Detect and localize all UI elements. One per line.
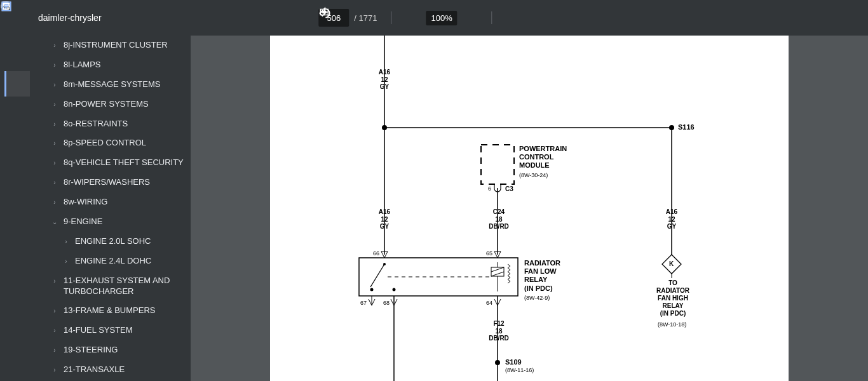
svg-rect-17 (481, 145, 514, 184)
outline-label: 14-FUEL SYSTEM (64, 325, 133, 336)
page-total: / 1771 (354, 13, 377, 23)
outline-item[interactable]: ›8q-VEHICLE THEFT SECURITY (36, 153, 191, 173)
wire-label-f12: F12 18 DB/RD (486, 320, 512, 342)
outline-label: 11-EXHAUST SYSTEM AND TURBOCHARGER (64, 276, 186, 297)
outline-item[interactable]: ›19-STEERING (36, 340, 191, 360)
zoom-level[interactable]: 100% (426, 11, 457, 25)
outline-item[interactable]: ›8o-RESTRAINTS (36, 114, 191, 134)
outline-item[interactable]: ›ENGINE 2.4L DOHC (36, 251, 191, 271)
rotate-button[interactable] (527, 6, 550, 29)
outline-label: 8m-MESSAGE SYSTEMS (64, 79, 160, 90)
pin-68: 68 (383, 300, 390, 306)
outline-item[interactable]: ›8r-WIPERS/WASHERS (36, 173, 191, 192)
divider (492, 11, 492, 24)
relay-label: RADIATOR FAN LOW RELAY (IN PDC) (524, 259, 560, 293)
chevron-icon[interactable]: › (50, 41, 60, 50)
toolbar-right (789, 6, 863, 29)
chevron-icon[interactable]: › (61, 257, 71, 265)
outline-label: 9-ENGINE (64, 217, 102, 227)
outline-item[interactable]: ›8p-SPEED CONTROL (36, 133, 191, 153)
outline-item[interactable]: ›ENGINE 2.0L SOHC (36, 232, 191, 251)
outline-panel[interactable]: ›8j-INSTRUMENT CLUSTER›8l-LAMPS›8m-MESSA… (36, 36, 191, 381)
side-rail (0, 36, 36, 381)
content-area[interactable]: A16 12 GY S116 POWERTRAIN CONTROL MODULE… (191, 36, 868, 381)
outline-item[interactable]: ⌄9-ENGINE (36, 212, 191, 232)
pdf-toolbar: daimler-chrysler / 1771 100% (0, 0, 868, 36)
zoom-out-button[interactable] (400, 6, 423, 29)
more-button[interactable] (840, 6, 863, 29)
chevron-icon[interactable]: › (50, 198, 60, 206)
download-button[interactable] (789, 6, 812, 29)
pin-66: 66 (373, 250, 379, 257)
outline-item[interactable]: ›8m-MESSAGE SYSTEMS (36, 75, 191, 95)
svg-rect-25 (491, 267, 504, 276)
outline-item[interactable]: ›8j-INSTRUMENT CLUSTER (36, 36, 191, 55)
chevron-icon[interactable]: ⌄ (50, 218, 60, 226)
connector-c3: C3 (505, 185, 513, 193)
chevron-icon[interactable]: › (50, 326, 60, 335)
chevron-icon[interactable]: › (50, 307, 60, 315)
outline-label: 8l-LAMPS (64, 60, 101, 70)
svg-point-22 (393, 288, 396, 291)
to-radiator-label: TO RADIATOR FAN HIGH RELAY (IN PDC) (653, 279, 693, 318)
wire-label-a16-top: A16 12 GY (373, 69, 396, 91)
wire-label-c24: C24 18 DB/RD (486, 208, 512, 231)
splice-s109: S109 (505, 358, 522, 366)
pdf-page: A16 12 GY S116 POWERTRAIN CONTROL MODULE… (270, 36, 789, 381)
outline-label: 8p-SPEED CONTROL (64, 138, 146, 149)
chevron-icon[interactable]: › (50, 120, 60, 128)
zoom-in-button[interactable] (460, 6, 483, 29)
pin-67: 67 (360, 300, 367, 306)
divider (391, 11, 391, 24)
outline-item[interactable]: ›8l-LAMPS (36, 55, 191, 75)
outline-label: 8q-VEHICLE THEFT SECURITY (64, 157, 184, 168)
svg-line-27 (491, 272, 504, 276)
chevron-icon[interactable]: › (50, 178, 60, 187)
outline-item[interactable]: ›8n-POWER SYSTEMS (36, 95, 191, 114)
s109-ref: (8W-11-16) (505, 367, 534, 374)
outline-label: 8o-RESTRAINTS (64, 119, 128, 130)
svg-line-20 (370, 264, 384, 287)
fit-page-button[interactable] (501, 6, 524, 29)
k-diamond-label: K (669, 260, 674, 268)
outline-label: 13-FRAME & BUMPERS (64, 305, 155, 316)
outline-label: 21-TRANSAXLE (64, 364, 125, 375)
outline-label: ENGINE 2.0L SOHC (75, 236, 151, 247)
outline-item[interactable]: ›11-EXHAUST SYSTEM AND TURBOCHARGER (36, 271, 191, 302)
chevron-icon[interactable]: › (50, 81, 60, 89)
pin-c3-6: 6 (488, 185, 491, 192)
svg-point-21 (370, 288, 374, 291)
outline-item[interactable]: ›21-TRANSAXLE (36, 360, 191, 380)
chevron-icon[interactable]: › (50, 100, 60, 109)
to-radiator-ref: (8W-10-18) (658, 321, 686, 328)
outline-label: ENGINE 2.4L DOHC (75, 256, 151, 267)
chevron-icon[interactable]: › (50, 346, 60, 354)
pin-65: 65 (486, 250, 492, 257)
diagram-svg (270, 36, 789, 381)
pcm-ref: (8W-30-24) (519, 172, 548, 179)
wire-label-a16-right: A16 12 GY (660, 208, 683, 231)
chevron-icon[interactable]: › (50, 61, 60, 69)
chevron-icon[interactable]: › (50, 139, 60, 147)
outline-item[interactable]: ›13-FRAME & BUMPERS (36, 301, 191, 321)
outline-item[interactable]: ›14-FUEL SYSTEM (36, 321, 191, 340)
pin-64: 64 (486, 300, 492, 306)
splice-s116: S116 (678, 123, 695, 131)
outline-item[interactable]: ›8w-WIRING (36, 192, 191, 212)
outline-button[interactable] (4, 71, 30, 97)
document-title: daimler-chrysler (38, 13, 102, 23)
outline-label: 8n-POWER SYSTEMS (64, 99, 149, 110)
thumbnails-button[interactable] (5, 43, 31, 69)
chevron-icon[interactable]: › (50, 366, 60, 374)
outline-label: 19-STEERING (64, 345, 118, 356)
svg-line-26 (491, 267, 504, 272)
outline-label: 8w-WIRING (64, 197, 107, 208)
chevron-icon[interactable]: › (50, 159, 60, 167)
pcm-label: POWERTRAIN CONTROL MODULE (519, 145, 567, 170)
chevron-icon[interactable]: › (61, 237, 71, 246)
print-button[interactable] (815, 6, 837, 29)
outline-label: 8j-INSTRUMENT CLUSTER (64, 40, 168, 51)
wire-label-a16-left: A16 12 GY (373, 208, 396, 231)
toolbar-center: / 1771 100% (318, 6, 549, 29)
chevron-icon[interactable]: › (50, 277, 60, 285)
